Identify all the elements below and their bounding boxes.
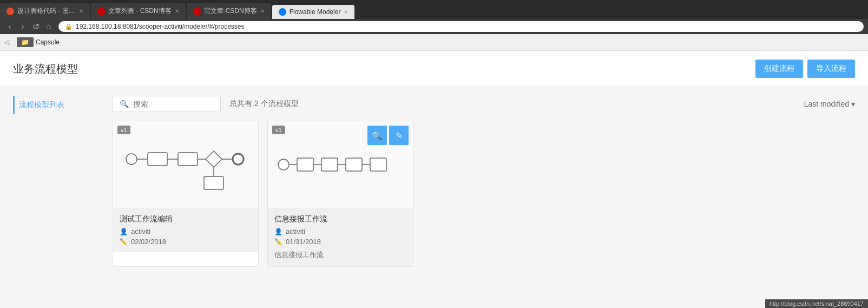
svg-rect-2 xyxy=(148,153,167,166)
pencil-icon: ✏️ xyxy=(120,238,128,246)
main-content: 🔍 总共有 2 个流程模型 Last modified ▾ v1 xyxy=(113,96,855,267)
card-2-description: 信息接报工作流 xyxy=(274,250,406,260)
refresh-button[interactable]: ↺ xyxy=(30,21,41,32)
card-2-author: activiti xyxy=(286,227,305,235)
app-header: 业务流程模型 创建流程 导入流程 xyxy=(0,51,868,87)
browser-chrome: 设计表格代码 - 国.... ✕ 文章列表 - CSDN博客 ✕ 写文章-CSD… xyxy=(0,0,868,51)
tab-label-2: 文章列表 - CSDN博客 xyxy=(108,6,172,16)
svg-point-8 xyxy=(233,154,244,165)
sort-label: Last modified xyxy=(804,100,849,108)
card-2-date-row: ✏️ 01/31/2018 xyxy=(274,238,406,246)
card-1-date: 02/02/2018 xyxy=(131,238,166,246)
card-1-date-row: ✏️ 02/02/2018 xyxy=(120,238,252,246)
bookmark-label: Capsule xyxy=(36,38,60,46)
bookmark-nav-back: ◁ xyxy=(4,38,9,46)
card-1-name: 测试工作流编辑 xyxy=(120,214,252,224)
svg-point-0 xyxy=(126,154,137,165)
card-2-edit-button[interactable]: ✎ xyxy=(389,126,409,145)
import-flow-button[interactable]: 导入流程 xyxy=(807,60,855,78)
tab-close-1[interactable]: ✕ xyxy=(79,8,83,14)
home-button[interactable]: ⌂ xyxy=(43,21,54,32)
card-1-info: 测试工作流编辑 👤 activiti ✏️ 02/02/2018 xyxy=(113,208,258,252)
tab-3[interactable]: 写文章-CSDN博客 ✕ xyxy=(187,3,271,19)
card-2-version: v1 xyxy=(272,126,285,134)
tab-label-1: 设计表格代码 - 国.... xyxy=(17,6,76,16)
header-actions: 创建流程 导入流程 xyxy=(755,60,855,78)
bookmark-folder-icon: 📁 xyxy=(17,37,34,47)
svg-rect-13 xyxy=(297,158,313,171)
tab-close-3[interactable]: ✕ xyxy=(260,8,265,14)
card-1-diagram xyxy=(121,132,251,197)
tab-icon-2 xyxy=(97,8,105,15)
card-1-preview: v1 xyxy=(113,121,258,208)
user-icon: 👤 xyxy=(120,228,128,235)
user-icon-2: 👤 xyxy=(274,228,282,235)
page-title: 业务流程模型 xyxy=(13,62,78,76)
tab-4[interactable]: Flowable Modeler ✕ xyxy=(272,5,355,19)
address-bar: ‹ › ↺ ⌂ 🔒 192.168.100.18:8081/scooper-ac… xyxy=(0,19,868,34)
bookmark-capsule[interactable]: 📁 Capsule xyxy=(14,36,63,48)
result-count: 总共有 2 个流程模型 xyxy=(229,99,299,109)
card-1-meta: 👤 activiti ✏️ 02/02/2018 xyxy=(120,227,252,246)
create-flow-button[interactable]: 创建流程 xyxy=(755,60,803,78)
svg-point-11 xyxy=(278,159,289,170)
card-2-date: 01/31/2018 xyxy=(286,238,321,246)
tab-icon-1 xyxy=(6,8,14,15)
tab-icon-4 xyxy=(279,8,286,16)
tab-label-3: 写文章-CSDN博客 xyxy=(204,6,257,16)
tab-close-4[interactable]: ✕ xyxy=(344,9,348,15)
card-2-preview: v1 🔍 ✎ xyxy=(268,121,413,208)
tab-1[interactable]: 设计表格代码 - 国.... ✕ xyxy=(0,3,90,19)
cards-grid: v1 xyxy=(113,121,855,267)
sort-dropdown[interactable]: Last modified ▾ xyxy=(804,100,855,108)
svg-rect-15 xyxy=(321,158,338,171)
card-2-name: 信息接报工作流 xyxy=(274,214,406,224)
search-icon: 🔍 xyxy=(120,100,129,108)
content-area: 流程模型列表 🔍 总共有 2 个流程模型 Last modified ▾ xyxy=(0,87,868,276)
sidebar-item-process-list[interactable]: 流程模型列表 xyxy=(13,96,100,114)
card-2-info: 信息接报工作流 👤 activiti ✏️ 01/31/2018 信息接报 xyxy=(268,208,413,266)
search-input[interactable] xyxy=(133,100,214,108)
tab-label-4: Flowable Modeler xyxy=(290,8,341,16)
card-2-actions: 🔍 ✎ xyxy=(367,126,409,145)
toolbar: 🔍 总共有 2 个流程模型 Last modified ▾ xyxy=(113,96,855,112)
svg-marker-6 xyxy=(206,151,222,167)
forward-button[interactable]: › xyxy=(17,21,28,32)
card-2-meta: 👤 activiti ✏️ 01/31/2018 xyxy=(274,227,406,246)
nav-buttons: ‹ › ↺ ⌂ xyxy=(4,21,54,32)
card-2-author-row: 👤 activiti xyxy=(274,227,406,235)
card-2-view-button[interactable]: 🔍 xyxy=(367,126,387,145)
bookmarks-bar: ◁ 📁 Capsule xyxy=(0,34,868,51)
card-1-author-row: 👤 activiti xyxy=(120,227,252,235)
pencil-icon-2: ✏️ xyxy=(274,238,282,246)
svg-rect-10 xyxy=(204,176,223,189)
app-container: 业务流程模型 创建流程 导入流程 流程模型列表 🔍 总共有 2 个流程模型 xyxy=(0,51,868,289)
svg-rect-4 xyxy=(178,153,198,166)
back-button[interactable]: ‹ xyxy=(4,21,15,32)
card-2: v1 🔍 ✎ xyxy=(267,121,413,267)
svg-rect-17 xyxy=(346,158,362,171)
card-1-author: activiti xyxy=(131,227,150,235)
lock-icon: 🔒 xyxy=(65,23,73,30)
search-bar: 🔍 xyxy=(113,96,221,112)
tab-close-2[interactable]: ✕ xyxy=(175,8,179,14)
url-text: 192.168.100.18:8081/scooper-activiti/mod… xyxy=(76,23,245,30)
url-field[interactable]: 🔒 192.168.100.18:8081/scooper-activiti/m… xyxy=(58,21,864,32)
sidebar-item-label: 流程模型列表 xyxy=(19,100,64,110)
sort-chevron-icon: ▾ xyxy=(851,100,855,108)
sidebar: 流程模型列表 xyxy=(13,96,100,267)
tab-2[interactable]: 文章列表 - CSDN博客 ✕ xyxy=(91,3,186,19)
card-1-version: v1 xyxy=(117,126,130,134)
tab-bar: 设计表格代码 - 国.... ✕ 文章列表 - CSDN博客 ✕ 写文章-CSD… xyxy=(0,0,868,19)
card-1: v1 xyxy=(113,121,259,267)
tab-icon-3 xyxy=(193,8,201,15)
svg-rect-19 xyxy=(370,158,386,171)
